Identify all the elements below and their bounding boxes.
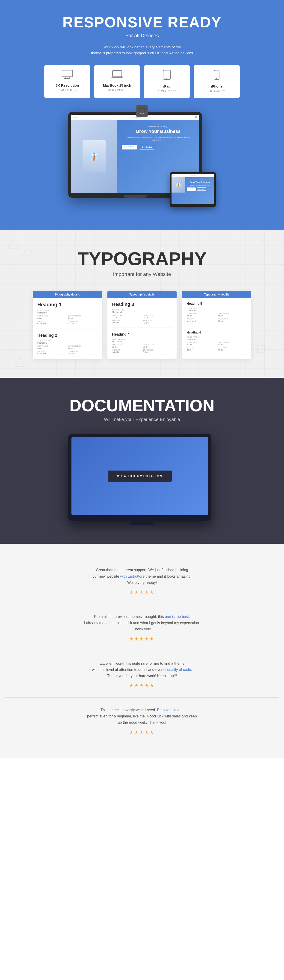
line-height-label-6: LINE HEIGHT — [218, 341, 247, 344]
review-4: This theme is exactly what I need. Easy … — [5, 698, 279, 744]
typo-card-header-2: Typography details — [107, 291, 177, 298]
heading-2-label: Heading 2 — [37, 333, 97, 338]
font-size-label-4: FONT SIZE — [112, 344, 141, 346]
typo-meta-h3: FONT FAMILY Montserrat FONT SIZE 32 px L… — [112, 309, 172, 324]
font-family-label-3: FONT FAMILY — [112, 309, 141, 311]
review-2-link[interactable]: one is the best. — [165, 615, 190, 619]
typo-entry-h4: Heading 4 FONT FAMILY Montserrat FONT SI… — [112, 332, 172, 353]
tracking-label-2: TRACKING — [68, 350, 97, 352]
tracking-value-4: 0,5 px — [143, 351, 172, 353]
review-1-link[interactable]: with Eistruttore — [120, 574, 145, 578]
review-4-link[interactable]: Easy to use — [157, 708, 176, 712]
line-height-value-4: 38 px — [143, 346, 172, 348]
device-card-5k: 5K Resolution 5120 × 2880 px — [44, 65, 90, 98]
typo-card-header-3: Typography details — [182, 291, 251, 298]
tablet-overlay: eistruttore 👔 Business Coaching Grow You… — [170, 172, 216, 207]
review-2: From all the previous themes I bought, t… — [5, 605, 279, 651]
tracking-label-5: TRACKING — [218, 318, 247, 320]
typo-card-2: Typography details Heading 3 FONT FAMILY… — [107, 291, 177, 359]
svg-line-12 — [140, 112, 141, 114]
font-size-value-6: 20 px — [187, 344, 216, 346]
heading-5-label: Heading 5 — [187, 302, 247, 305]
doc-laptop-container: VIEW DOCUMENTATION — [5, 434, 279, 525]
typo-meta-h4: FONT FAMILY Montserrat FONT SIZE 28 px L… — [112, 338, 172, 353]
svg-rect-0 — [62, 70, 73, 77]
device-size: 1024 × 768 px — [151, 89, 183, 94]
mock-label: Business Coaching — [122, 125, 195, 127]
view-documentation-button[interactable]: VIEW DOCUMENTATION — [108, 471, 172, 482]
font-family-value-2: Montserrat — [37, 342, 66, 344]
tracking-value-5: 0,5 px — [218, 320, 247, 322]
responsive-title: RESPONSIVE READY — [5, 14, 279, 31]
device-name: MacBook 15 inch — [101, 83, 133, 87]
typo-entry-h1: Heading 1 FONT FAMILY Montserrat FONT SI… — [37, 302, 97, 328]
heading-1-label: Heading 1 — [37, 302, 97, 308]
typo-meta-h1: FONT FAMILY Montserrat FONT SIZE 48 px L… — [37, 310, 97, 325]
font-family-label-6: FONT FAMILY — [187, 336, 216, 338]
typo-entry-h5: Heading 5 FONT FAMILY Montserrat FONT SI… — [187, 302, 247, 326]
weight-label-4: WEIGHT — [112, 349, 141, 351]
phone-icon — [201, 70, 233, 82]
line-height-label-5: LINE HEIGHT — [218, 313, 247, 315]
mock-btn-2: Get Started — [139, 145, 155, 150]
line-height-label-3: LINE HEIGHT — [143, 314, 172, 316]
device-name: iPad — [151, 84, 183, 88]
tracking-label: TRACKING — [68, 320, 97, 322]
font-family-label: FONT FAMILY — [37, 310, 66, 312]
font-size-value: 48 px — [37, 317, 66, 319]
font-family-value-4: Montserrat — [112, 340, 141, 343]
weight-label: WEIGHT — [37, 320, 66, 322]
doc-laptop-outer: VIEW DOCUMENTATION — [68, 434, 211, 521]
font-family-label-4: FONT FAMILY — [112, 338, 141, 340]
documentation-title: DOCUMENTATION — [5, 396, 279, 415]
device-size: 5120 × 2880 px — [51, 88, 83, 92]
typo-entry-h3: Heading 3 FONT FAMILY Montserrat FONT SI… — [112, 302, 172, 328]
responsive-description: Your work will look better, every elemen… — [5, 44, 279, 56]
device-card-iphone: iPhone 960 × 640 px — [194, 65, 240, 98]
line-height-value-6: 30 px — [218, 344, 247, 346]
mock-title: Grow Your Business — [122, 129, 195, 134]
svg-marker-15 — [8, 238, 19, 248]
review-1: Great theme and great support! We just f… — [5, 558, 279, 605]
typo-card-3: Typography details Heading 5 FONT FAMILY… — [182, 291, 251, 359]
font-size-label: FONT SIZE — [37, 315, 66, 317]
tracking-value-3: 0,5 px — [143, 321, 172, 324]
line-height-value-3: 42 px — [143, 316, 172, 318]
typography-cards: Typography details Heading 1 FONT FAMILY… — [5, 291, 279, 359]
typo-meta-h5: FONT FAMILY Montserrat FONT SIZE 24 px L… — [187, 307, 247, 322]
review-4-stars: ★★★★★ — [28, 729, 256, 735]
svg-rect-5 — [111, 77, 123, 78]
font-family-value-3: Montserrat — [112, 311, 141, 313]
svg-point-17 — [260, 240, 269, 250]
svg-point-9 — [216, 78, 217, 79]
monitor-icon — [51, 70, 83, 81]
review-2-text: From all the previous themes I bought, t… — [28, 614, 256, 632]
review-3-stars: ★★★★★ — [28, 682, 256, 688]
device-card-macbook: MacBook 15 inch 2880 × 1900 px — [94, 65, 140, 98]
doc-laptop-base — [72, 515, 208, 521]
tracking-value: 0,5 px — [68, 322, 97, 325]
doc-screen: VIEW DOCUMENTATION — [72, 437, 208, 515]
responsive-subtitle: For all Devices — [5, 33, 279, 39]
weight-label-3: WEIGHT — [112, 320, 141, 321]
svg-rect-11 — [139, 108, 145, 112]
documentation-section: DOCUMENTATION Will make your Experience … — [0, 378, 284, 544]
line-height-value-2: 40 px — [68, 347, 97, 349]
typo-card-1: Typography details Heading 1 FONT FAMILY… — [33, 291, 102, 359]
tracking-label-3: TRACKING — [143, 320, 172, 321]
weight-value-4: extra bold — [112, 351, 141, 353]
font-size-label-3: FONT SIZE — [112, 314, 141, 316]
weight-value-2: extra bold — [37, 352, 66, 355]
font-family-label-2: FONT FAMILY — [37, 340, 66, 342]
font-family-value-6: Montserrat — [187, 338, 216, 340]
typo-entry-h6: Heading 6 FONT FAMILY Montserrat FONT SI… — [187, 331, 247, 351]
typo-entry-h2: Heading 2 FONT FAMILY Montserrat FONT SI… — [37, 333, 97, 355]
line-height-label-2: LINE HEIGHT — [68, 345, 97, 347]
review-1-stars: ★★★★★ — [28, 589, 256, 595]
line-height-label-4: LINE HEIGHT — [143, 344, 172, 346]
typography-title: TYPOGRAPHY — [5, 248, 279, 269]
review-3-link[interactable]: quality of code. — [167, 668, 192, 671]
laptop-icon — [101, 70, 133, 81]
typo-meta-h2: FONT FAMILY Montserrat FONT SIZE 36 px L… — [37, 340, 97, 355]
font-size-value-3: 32 px — [112, 316, 141, 318]
